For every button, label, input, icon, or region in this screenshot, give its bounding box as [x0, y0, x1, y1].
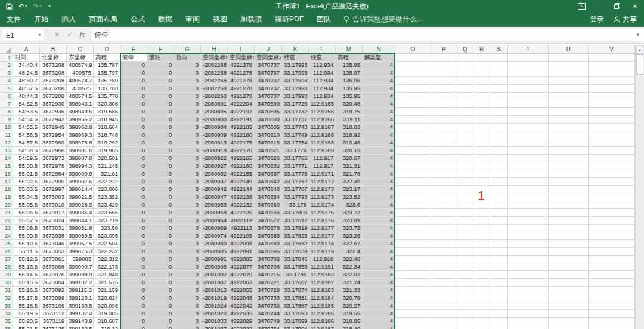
cell-E22[interactable]: 0: [120, 217, 147, 225]
cell-G9[interactable]: 0: [174, 116, 201, 124]
cell-S10[interactable]: [490, 124, 508, 131]
cell-K7[interactable]: 33.17726: [282, 100, 309, 108]
restore-button[interactable]: [608, 0, 626, 12]
cell-N34[interactable]: 4: [363, 310, 395, 318]
row-header-31[interactable]: 31: [0, 287, 13, 294]
row-header-33[interactable]: 33: [0, 302, 13, 310]
cell-E36[interactable]: 0: [120, 325, 147, 329]
cell-K4[interactable]: 33.17993: [282, 77, 309, 85]
cell-N17[interactable]: 4: [363, 178, 395, 186]
cell-E9[interactable]: 0: [120, 116, 147, 124]
row-header-16[interactable]: 16: [0, 170, 13, 178]
column-header-C[interactable]: C: [67, 45, 94, 54]
cell-G33[interactable]: 0: [174, 302, 201, 310]
cell-T36[interactable]: [508, 325, 549, 329]
cell-J12[interactable]: 3470615: [255, 139, 282, 147]
cell-M33[interactable]: 320.27: [336, 302, 363, 310]
cell-S3[interactable]: [490, 69, 508, 77]
cell-A15[interactable]: 55:00.5: [13, 162, 40, 170]
cell-M10[interactable]: 318.83: [336, 124, 363, 131]
cell-R12[interactable]: [473, 139, 490, 147]
cell-K14[interactable]: 33.17765: [282, 155, 309, 162]
cell-B34[interactable]: 3673112: [40, 310, 67, 318]
cell-M15[interactable]: 321.31: [336, 162, 363, 170]
cell-C31[interactable]: 399115.3: [67, 287, 94, 294]
cell-A30[interactable]: 55:15.5: [13, 279, 40, 287]
cell-I22[interactable]: 4922119: [228, 217, 255, 225]
cell-B31[interactable]: 3673092: [40, 287, 67, 294]
cell-D36[interactable]: 319.32: [94, 325, 120, 329]
cell-B19[interactable]: 3673003: [40, 193, 67, 201]
cell-U2[interactable]: [549, 62, 589, 69]
cell-M7[interactable]: 320.48: [336, 100, 363, 108]
cell-E34[interactable]: 0: [120, 310, 147, 318]
cell-F26[interactable]: 0: [147, 248, 174, 256]
cell-B10[interactable]: 3672948: [40, 124, 67, 131]
cell-A26[interactable]: 55:11.5: [13, 248, 40, 256]
cell-T7[interactable]: [508, 100, 549, 108]
column-header-L[interactable]: L: [309, 45, 336, 54]
column-header-A[interactable]: A: [13, 45, 40, 54]
cell-S15[interactable]: [490, 162, 508, 170]
cell-I10[interactable]: 4922185: [228, 124, 255, 131]
cell-E11[interactable]: 0: [120, 131, 147, 139]
cell-L11[interactable]: 112.9168: [309, 131, 336, 139]
cell-D27[interactable]: 322.312: [94, 256, 120, 263]
cell-L26[interactable]: 112.9179: [309, 248, 336, 256]
cell-V22[interactable]: [589, 217, 635, 225]
cell-H7[interactable]: -2080891: [201, 100, 228, 108]
cell-F20[interactable]: 0: [147, 201, 174, 209]
cell-E35[interactable]: 0: [120, 318, 147, 325]
cell-O22[interactable]: [395, 217, 431, 225]
cell-T23[interactable]: [508, 225, 549, 232]
cell-L35[interactable]: 112.9186: [309, 318, 336, 325]
cell-L5[interactable]: 112.934: [309, 85, 336, 93]
cell-J27[interactable]: 3470702: [255, 256, 282, 263]
cell-P17[interactable]: [431, 178, 457, 186]
cell-A33[interactable]: 55:18.5: [13, 302, 40, 310]
cell-A19[interactable]: 55:04.5: [13, 193, 40, 201]
cell-U23[interactable]: [549, 225, 589, 232]
cell-F17[interactable]: 0: [147, 178, 174, 186]
cell-I26[interactable]: 4922091: [228, 248, 255, 256]
cell-V8[interactable]: [589, 108, 635, 116]
cell-D19[interactable]: 323.352: [94, 193, 120, 201]
cell-G32[interactable]: 0: [174, 294, 201, 302]
cell-C6[interactable]: 400574.5: [67, 93, 94, 100]
cell-U26[interactable]: [549, 248, 589, 256]
cell-C34[interactable]: 399137.4: [67, 310, 94, 318]
cell-U17[interactable]: [549, 178, 589, 186]
cell-A16[interactable]: 55:01.5: [13, 170, 40, 178]
column-header-R[interactable]: R: [473, 45, 490, 54]
enter-button[interactable]: ✓: [67, 31, 72, 39]
cell-U24[interactable]: [549, 232, 589, 240]
cell-E7[interactable]: 0: [120, 100, 147, 108]
column-header-O[interactable]: O: [395, 45, 431, 54]
cell-C10[interactable]: 398962.8: [67, 124, 94, 131]
cell-A18[interactable]: 55:03.5: [13, 186, 40, 193]
cell-O2[interactable]: [395, 62, 431, 69]
cell-D4[interactable]: 135.789: [94, 77, 120, 85]
cell-O5[interactable]: [395, 85, 431, 93]
cell-H16[interactable]: -2080932: [201, 170, 228, 178]
cell-U18[interactable]: [549, 186, 589, 193]
ribbon-tab-10[interactable]: 团队: [310, 12, 338, 27]
row-header-21[interactable]: 21: [0, 209, 13, 217]
cell-R4[interactable]: [473, 77, 490, 85]
cell-O29[interactable]: [395, 271, 431, 279]
cell-O3[interactable]: [395, 69, 431, 77]
cell-H10[interactable]: -2080904: [201, 124, 228, 131]
cell-I6[interactable]: 4921278: [228, 93, 255, 100]
cell-A25[interactable]: 55:10.5: [13, 240, 40, 248]
cell-L27[interactable]: 112.918: [309, 256, 336, 263]
cell-Q7[interactable]: [457, 100, 473, 108]
cell-K21[interactable]: 33.17806: [282, 209, 309, 217]
cell-V19[interactable]: [589, 193, 635, 201]
cell-H18[interactable]: -2080942: [201, 186, 228, 193]
cell-G24[interactable]: 0: [174, 232, 201, 240]
cell-T6[interactable]: [508, 93, 549, 100]
cell-M28[interactable]: 322.34: [336, 263, 363, 271]
cell-C35[interactable]: 399143.9: [67, 318, 94, 325]
cell-S19[interactable]: [490, 193, 508, 201]
cell-P36[interactable]: [431, 325, 457, 329]
